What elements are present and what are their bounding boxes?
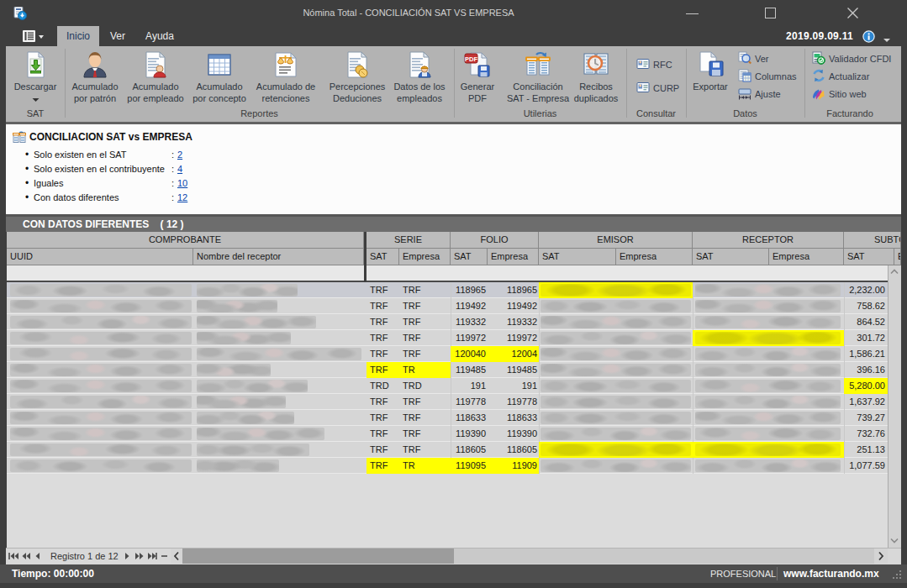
svg-text:PDF: PDF	[465, 55, 477, 63]
